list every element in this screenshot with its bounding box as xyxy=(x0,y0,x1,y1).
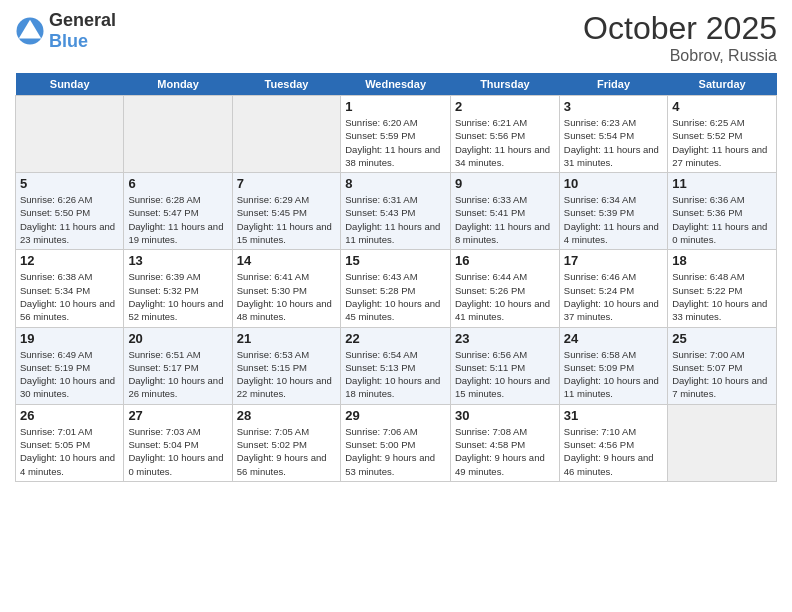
table-row: 22Sunrise: 6:54 AMSunset: 5:13 PMDayligh… xyxy=(341,327,451,404)
table-row: 2Sunrise: 6:21 AMSunset: 5:56 PMDaylight… xyxy=(450,96,559,173)
day-number: 15 xyxy=(345,253,446,268)
page-container: General Blue October 2025 Bobrov, Russia… xyxy=(0,0,792,492)
table-row: 11Sunrise: 6:36 AMSunset: 5:36 PMDayligh… xyxy=(668,173,777,250)
header-monday: Monday xyxy=(124,73,232,96)
day-info: Sunrise: 7:01 AMSunset: 5:05 PMDaylight:… xyxy=(20,425,119,478)
day-number: 8 xyxy=(345,176,446,191)
day-number: 18 xyxy=(672,253,772,268)
day-info: Sunrise: 7:10 AMSunset: 4:56 PMDaylight:… xyxy=(564,425,663,478)
day-number: 13 xyxy=(128,253,227,268)
table-row: 16Sunrise: 6:44 AMSunset: 5:26 PMDayligh… xyxy=(450,250,559,327)
day-number: 5 xyxy=(20,176,119,191)
day-number: 17 xyxy=(564,253,663,268)
table-row: 9Sunrise: 6:33 AMSunset: 5:41 PMDaylight… xyxy=(450,173,559,250)
location: Bobrov, Russia xyxy=(583,47,777,65)
calendar-week-row: 1Sunrise: 6:20 AMSunset: 5:59 PMDaylight… xyxy=(16,96,777,173)
day-info: Sunrise: 7:03 AMSunset: 5:04 PMDaylight:… xyxy=(128,425,227,478)
table-row: 8Sunrise: 6:31 AMSunset: 5:43 PMDaylight… xyxy=(341,173,451,250)
day-info: Sunrise: 6:46 AMSunset: 5:24 PMDaylight:… xyxy=(564,270,663,323)
day-number: 21 xyxy=(237,331,337,346)
table-row: 17Sunrise: 6:46 AMSunset: 5:24 PMDayligh… xyxy=(559,250,667,327)
day-number: 12 xyxy=(20,253,119,268)
calendar-week-row: 19Sunrise: 6:49 AMSunset: 5:19 PMDayligh… xyxy=(16,327,777,404)
table-row xyxy=(232,96,341,173)
day-info: Sunrise: 6:28 AMSunset: 5:47 PMDaylight:… xyxy=(128,193,227,246)
table-row: 19Sunrise: 6:49 AMSunset: 5:19 PMDayligh… xyxy=(16,327,124,404)
table-row: 7Sunrise: 6:29 AMSunset: 5:45 PMDaylight… xyxy=(232,173,341,250)
day-info: Sunrise: 6:26 AMSunset: 5:50 PMDaylight:… xyxy=(20,193,119,246)
day-info: Sunrise: 6:31 AMSunset: 5:43 PMDaylight:… xyxy=(345,193,446,246)
table-row: 21Sunrise: 6:53 AMSunset: 5:15 PMDayligh… xyxy=(232,327,341,404)
day-info: Sunrise: 6:39 AMSunset: 5:32 PMDaylight:… xyxy=(128,270,227,323)
table-row: 14Sunrise: 6:41 AMSunset: 5:30 PMDayligh… xyxy=(232,250,341,327)
day-info: Sunrise: 6:38 AMSunset: 5:34 PMDaylight:… xyxy=(20,270,119,323)
day-number: 27 xyxy=(128,408,227,423)
table-row: 24Sunrise: 6:58 AMSunset: 5:09 PMDayligh… xyxy=(559,327,667,404)
day-number: 19 xyxy=(20,331,119,346)
day-info: Sunrise: 6:20 AMSunset: 5:59 PMDaylight:… xyxy=(345,116,446,169)
day-number: 25 xyxy=(672,331,772,346)
day-number: 20 xyxy=(128,331,227,346)
logo-icon xyxy=(15,16,45,46)
day-number: 30 xyxy=(455,408,555,423)
day-info: Sunrise: 7:08 AMSunset: 4:58 PMDaylight:… xyxy=(455,425,555,478)
table-row xyxy=(668,404,777,481)
day-info: Sunrise: 6:36 AMSunset: 5:36 PMDaylight:… xyxy=(672,193,772,246)
calendar-table: Sunday Monday Tuesday Wednesday Thursday… xyxy=(15,73,777,482)
header-tuesday: Tuesday xyxy=(232,73,341,96)
day-number: 6 xyxy=(128,176,227,191)
header: General Blue October 2025 Bobrov, Russia xyxy=(15,10,777,65)
day-info: Sunrise: 6:41 AMSunset: 5:30 PMDaylight:… xyxy=(237,270,337,323)
logo: General Blue xyxy=(15,10,116,52)
day-number: 28 xyxy=(237,408,337,423)
table-row: 30Sunrise: 7:08 AMSunset: 4:58 PMDayligh… xyxy=(450,404,559,481)
day-number: 24 xyxy=(564,331,663,346)
day-info: Sunrise: 7:05 AMSunset: 5:02 PMDaylight:… xyxy=(237,425,337,478)
table-row: 12Sunrise: 6:38 AMSunset: 5:34 PMDayligh… xyxy=(16,250,124,327)
day-number: 14 xyxy=(237,253,337,268)
table-row xyxy=(124,96,232,173)
table-row: 18Sunrise: 6:48 AMSunset: 5:22 PMDayligh… xyxy=(668,250,777,327)
logo-general-text: General xyxy=(49,10,116,31)
calendar-week-row: 12Sunrise: 6:38 AMSunset: 5:34 PMDayligh… xyxy=(16,250,777,327)
header-sunday: Sunday xyxy=(16,73,124,96)
table-row: 26Sunrise: 7:01 AMSunset: 5:05 PMDayligh… xyxy=(16,404,124,481)
day-info: Sunrise: 6:54 AMSunset: 5:13 PMDaylight:… xyxy=(345,348,446,401)
table-row: 20Sunrise: 6:51 AMSunset: 5:17 PMDayligh… xyxy=(124,327,232,404)
logo-text: General Blue xyxy=(49,10,116,52)
calendar-week-row: 26Sunrise: 7:01 AMSunset: 5:05 PMDayligh… xyxy=(16,404,777,481)
day-number: 1 xyxy=(345,99,446,114)
calendar-header-row: Sunday Monday Tuesday Wednesday Thursday… xyxy=(16,73,777,96)
day-info: Sunrise: 6:29 AMSunset: 5:45 PMDaylight:… xyxy=(237,193,337,246)
day-info: Sunrise: 6:33 AMSunset: 5:41 PMDaylight:… xyxy=(455,193,555,246)
day-info: Sunrise: 6:53 AMSunset: 5:15 PMDaylight:… xyxy=(237,348,337,401)
day-info: Sunrise: 6:23 AMSunset: 5:54 PMDaylight:… xyxy=(564,116,663,169)
table-row: 4Sunrise: 6:25 AMSunset: 5:52 PMDaylight… xyxy=(668,96,777,173)
table-row: 25Sunrise: 7:00 AMSunset: 5:07 PMDayligh… xyxy=(668,327,777,404)
day-info: Sunrise: 6:48 AMSunset: 5:22 PMDaylight:… xyxy=(672,270,772,323)
day-number: 7 xyxy=(237,176,337,191)
table-row: 15Sunrise: 6:43 AMSunset: 5:28 PMDayligh… xyxy=(341,250,451,327)
day-number: 22 xyxy=(345,331,446,346)
table-row: 10Sunrise: 6:34 AMSunset: 5:39 PMDayligh… xyxy=(559,173,667,250)
day-number: 3 xyxy=(564,99,663,114)
day-number: 2 xyxy=(455,99,555,114)
table-row: 23Sunrise: 6:56 AMSunset: 5:11 PMDayligh… xyxy=(450,327,559,404)
day-info: Sunrise: 6:49 AMSunset: 5:19 PMDaylight:… xyxy=(20,348,119,401)
day-number: 26 xyxy=(20,408,119,423)
table-row: 31Sunrise: 7:10 AMSunset: 4:56 PMDayligh… xyxy=(559,404,667,481)
day-info: Sunrise: 6:44 AMSunset: 5:26 PMDaylight:… xyxy=(455,270,555,323)
header-saturday: Saturday xyxy=(668,73,777,96)
day-info: Sunrise: 6:34 AMSunset: 5:39 PMDaylight:… xyxy=(564,193,663,246)
day-info: Sunrise: 7:00 AMSunset: 5:07 PMDaylight:… xyxy=(672,348,772,401)
day-number: 11 xyxy=(672,176,772,191)
table-row: 1Sunrise: 6:20 AMSunset: 5:59 PMDaylight… xyxy=(341,96,451,173)
day-number: 16 xyxy=(455,253,555,268)
header-thursday: Thursday xyxy=(450,73,559,96)
day-info: Sunrise: 6:43 AMSunset: 5:28 PMDaylight:… xyxy=(345,270,446,323)
table-row: 3Sunrise: 6:23 AMSunset: 5:54 PMDaylight… xyxy=(559,96,667,173)
table-row: 6Sunrise: 6:28 AMSunset: 5:47 PMDaylight… xyxy=(124,173,232,250)
day-number: 4 xyxy=(672,99,772,114)
table-row: 29Sunrise: 7:06 AMSunset: 5:00 PMDayligh… xyxy=(341,404,451,481)
day-number: 31 xyxy=(564,408,663,423)
